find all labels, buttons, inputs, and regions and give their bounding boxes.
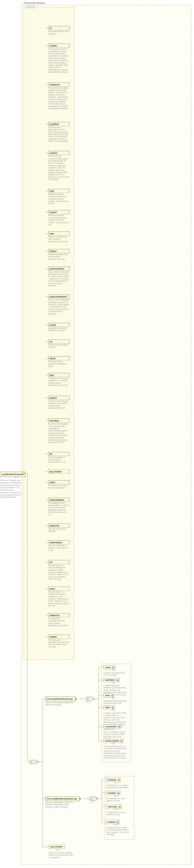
elem-occ: 0..∞	[112, 682, 116, 684]
cdg-child-name: name+	[104, 665, 115, 670]
attr-label: why	[50, 232, 54, 235]
cdg-seq-occ: 0..∞	[87, 701, 91, 703]
attr-label: any ##other	[50, 470, 62, 473]
elem-label: sameAs	[108, 779, 117, 781]
attr-desc: A qualified code which identifies a conc…	[48, 327, 70, 332]
elem-label: broader	[108, 792, 116, 794]
elem-desc: An identifier of a more specific concept…	[106, 811, 130, 816]
any-other-label: any ##other	[51, 845, 63, 848]
attr-label: rel	[50, 561, 52, 563]
any-other-occ: 0..∞	[57, 849, 60, 851]
attr-label: id	[50, 27, 52, 29]
attr-label: whyuri	[50, 250, 57, 252]
attr-dir: dir	[48, 452, 70, 456]
root-desc: Extension Property; the semantics are de…	[0, 479, 22, 499]
attr-label: pubconstrainturi	[50, 296, 67, 298]
elem-occ: 0..∞	[115, 824, 118, 826]
attr-creatoruri: creatoruri	[48, 83, 70, 87]
attr-desc: The type of the concept assigned as cont…	[48, 377, 70, 387]
cdg-child-hierarchyinfo: hierarchyInfo+	[104, 739, 123, 743]
attr-desc: The identifier of a concept defining the…	[48, 591, 70, 607]
attr-desc: The datatype of the value attribute – it…	[48, 502, 70, 516]
attr-label: validto	[50, 636, 57, 638]
attr-desc: Indicates by which means the value was e…	[48, 193, 70, 205]
elem-occ: 0..∞	[112, 743, 116, 745]
cdg-child-note: note+	[104, 693, 114, 698]
attr-creator: creator	[48, 43, 70, 48]
attr-rel: rel	[48, 560, 70, 564]
elem-occ: 0..∞	[115, 795, 118, 797]
crg-child-broader: broader+	[106, 791, 120, 795]
concept-definition-group: ConceptDefinitionGroup	[45, 696, 75, 701]
attr-label: modified	[50, 123, 59, 125]
attr-label: valueunit	[50, 524, 59, 527]
any-other-element: any ##other	[49, 845, 65, 849]
attr-validto: validto	[48, 634, 70, 639]
crg-sequence: -	[89, 797, 96, 801]
cdg-desc: A group of properties required to define…	[45, 702, 74, 706]
attr-desc: If the property value is not defined, sp…	[48, 48, 70, 73]
attr-desc: The type of the concept assigned as cont…	[48, 400, 70, 409]
elem-label: definition	[105, 679, 115, 681]
attr-desc: If set to true the corresponding propert…	[48, 155, 70, 181]
attr-pubconstrainturi: pubconstrainturi	[48, 294, 70, 299]
attr-literal: literal	[48, 356, 70, 360]
elem-desc: Represents the position of a concept in …	[104, 745, 127, 759]
attr-label: pubconstraint	[50, 268, 64, 270]
attr-desc: A free-text value assigned as property v…	[48, 361, 70, 368]
elem-desc: An identifier of a concept with equivale…	[106, 784, 130, 789]
any-other-desc: Extension point for provider-defined pro…	[49, 852, 75, 859]
attr-desc: The identifier of a concept defining the…	[48, 564, 70, 581]
crg-child-narrower: narrower+	[106, 805, 121, 809]
elem-desc: An identifier of a more generic concept.	[106, 798, 130, 802]
attr-validfrom: validfrom	[48, 613, 70, 617]
crg-child-sameas: sameAs+	[106, 778, 121, 782]
attr-label: value	[50, 481, 55, 484]
elem-label: remoteInfo	[105, 725, 117, 728]
attr-modified: modified	[48, 122, 70, 126]
attr-desc: Why the metadata has been included - exp…	[48, 236, 70, 243]
root-occurrence: 0..∞	[14, 476, 18, 478]
attr-qcode: qcode	[48, 323, 70, 327]
elem-occ: 0..∞	[112, 669, 116, 671]
attr-label: type	[50, 374, 54, 376]
attr-label: xml:lang	[50, 419, 59, 422]
root-element-label: partMetaExtProperty	[2, 473, 24, 475]
attr-label: creatoruri	[50, 83, 60, 86]
elem-label: related	[108, 821, 115, 823]
elem-label: narrower	[108, 805, 117, 808]
elem-occ: 0..∞	[112, 709, 116, 711]
attributes-title: attributes	[25, 5, 36, 8]
attr-label: how	[50, 190, 54, 192]
elem-occ: 0..∞	[115, 808, 118, 810]
attr-label: typeuri	[50, 397, 57, 399]
elem-occ: 0..∞	[112, 697, 116, 699]
attr-type: type	[48, 373, 70, 377]
attr-desc: The local identifier of the property.	[48, 30, 70, 35]
concept-relationships-group: ConceptRelationshipsGroup	[45, 797, 79, 801]
elem-label: note	[105, 694, 110, 696]
canvas: Flex2ExtPropType attributes partMetaExtP…	[0, 0, 194, 868]
elem-occ: 0..∞	[112, 728, 116, 730]
elem-label: facet	[105, 706, 110, 709]
attr-label: valueunituri	[50, 541, 62, 544]
attr-label: reluri	[50, 587, 55, 590]
attr-why: why	[48, 231, 70, 236]
elem-label: name	[105, 666, 111, 669]
attr-reluri: reluri	[48, 587, 70, 591]
attr-desc: The unit of the value attribute - expres…	[48, 545, 70, 552]
attr-valueunituri: valueunituri	[48, 540, 70, 545]
attr-pubconstraint: pubconstraint	[48, 267, 70, 271]
attr-desc: If the attribute is empty, specifies whi…	[48, 87, 70, 110]
attr-label: dir	[50, 453, 52, 455]
cdg-child-remoteinfo: remoteInfo+	[104, 724, 121, 729]
attr-typeuri: typeuri	[48, 396, 70, 400]
attr-label: qcode	[50, 323, 56, 326]
crg-desc: A group of properties required to indica…	[45, 801, 74, 808]
root-sequence: -	[30, 760, 37, 764]
attr-label: valuedatatype	[50, 499, 64, 501]
attr-desc: The value (see more in the spec document…	[48, 485, 70, 489]
elem-desc: A natural language name for the concept.	[104, 672, 127, 677]
cdg-child-definition: definition+	[104, 678, 119, 682]
attr-howuri: howuri	[48, 210, 70, 214]
